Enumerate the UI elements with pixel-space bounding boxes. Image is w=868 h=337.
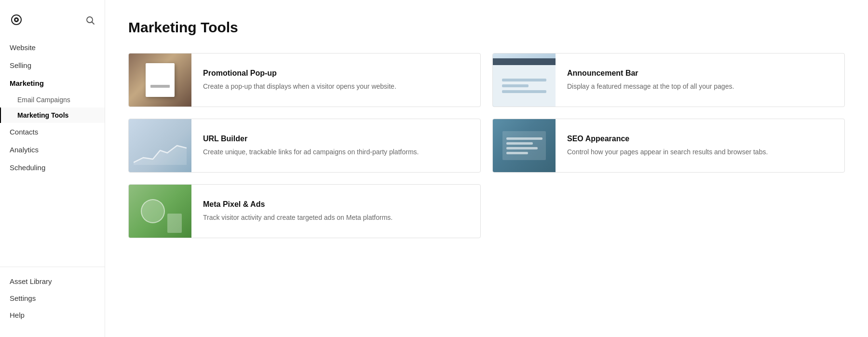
- sidebar-item-settings[interactable]: Settings: [0, 290, 105, 307]
- card-title-url: URL Builder: [203, 135, 419, 143]
- sidebar-item-marketing[interactable]: Marketing: [0, 74, 105, 92]
- sidebar: Website Selling Marketing Email Campaign…: [0, 0, 105, 337]
- card-promotional-popup[interactable]: Promotional Pop-up Create a pop-up that …: [128, 53, 481, 107]
- sidebar-bottom: Asset Library Settings Help: [0, 267, 105, 329]
- sidebar-item-analytics[interactable]: Analytics: [0, 141, 105, 159]
- sidebar-item-help[interactable]: Help: [0, 307, 105, 324]
- logo-icon[interactable]: [8, 12, 25, 29]
- card-title-announcement: Announcement Bar: [567, 69, 734, 78]
- card-desc-url: Create unique, trackable links for ad ca…: [203, 147, 419, 157]
- sidebar-item-email-campaigns[interactable]: Email Campaigns: [0, 92, 105, 108]
- sidebar-header: [0, 8, 105, 39]
- card-content-announcement: Announcement Bar Display a featured mess…: [556, 54, 746, 107]
- card-content-meta: Meta Pixel & Ads Track visitor activity …: [191, 185, 404, 238]
- sidebar-item-website[interactable]: Website: [0, 39, 105, 56]
- card-url-builder[interactable]: URL Builder Create unique, trackable lin…: [128, 119, 481, 173]
- card-image-announcement: [493, 54, 556, 107]
- sidebar-item-marketing-tools[interactable]: Marketing Tools: [0, 108, 105, 123]
- card-meta-pixel[interactable]: Meta Pixel & Ads Track visitor activity …: [128, 184, 481, 238]
- card-announcement-bar[interactable]: Announcement Bar Display a featured mess…: [492, 53, 845, 107]
- card-desc-meta: Track visitor activity and create target…: [203, 213, 393, 223]
- card-image-popup: [129, 54, 191, 107]
- card-image-seo: [493, 119, 556, 172]
- sidebar-item-scheduling[interactable]: Scheduling: [0, 159, 105, 176]
- card-image-meta: [129, 185, 191, 238]
- sidebar-item-selling[interactable]: Selling: [0, 56, 105, 74]
- page-title: Marketing Tools: [128, 19, 845, 36]
- svg-point-0: [15, 19, 17, 21]
- card-title-meta: Meta Pixel & Ads: [203, 200, 393, 209]
- main-content: Marketing Tools Promotional Pop-up Creat…: [105, 0, 868, 337]
- card-title-seo: SEO Appearance: [567, 135, 768, 143]
- svg-line-2: [92, 22, 95, 25]
- card-title-popup: Promotional Pop-up: [203, 69, 396, 78]
- card-seo-appearance[interactable]: SEO Appearance Control how your pages ap…: [492, 119, 845, 173]
- cards-grid: Promotional Pop-up Create a pop-up that …: [128, 53, 845, 238]
- sidebar-item-contacts[interactable]: Contacts: [0, 123, 105, 141]
- card-content-popup: Promotional Pop-up Create a pop-up that …: [191, 54, 408, 107]
- sidebar-nav: Website Selling Marketing Email Campaign…: [0, 39, 105, 267]
- search-icon[interactable]: [83, 13, 97, 27]
- card-desc-seo: Control how your pages appear in search …: [567, 147, 768, 157]
- card-desc-popup: Create a pop-up that displays when a vis…: [203, 81, 396, 92]
- card-image-url: [129, 119, 191, 172]
- sidebar-item-asset-library[interactable]: Asset Library: [0, 273, 105, 290]
- card-desc-announcement: Display a featured message at the top of…: [567, 81, 734, 92]
- card-content-seo: SEO Appearance Control how your pages ap…: [556, 119, 779, 172]
- card-content-url: URL Builder Create unique, trackable lin…: [191, 119, 430, 172]
- svg-marker-3: [134, 146, 187, 165]
